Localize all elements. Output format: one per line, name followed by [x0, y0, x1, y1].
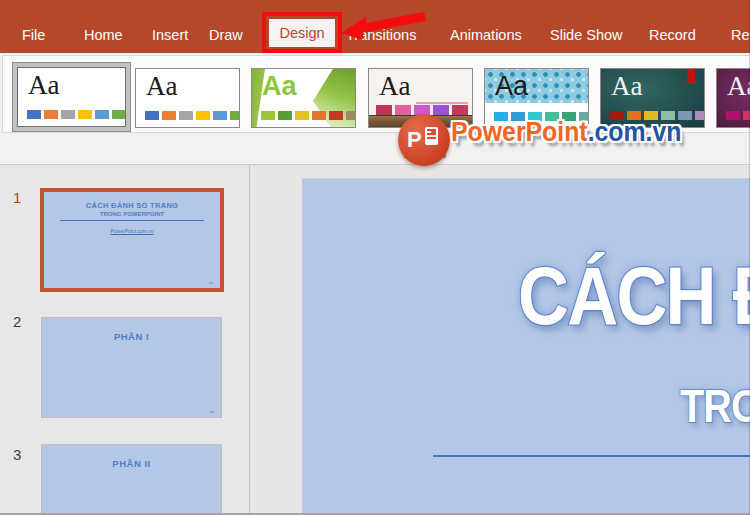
slide-number-3: 3 — [13, 446, 21, 463]
theme-color-swatch — [27, 110, 41, 119]
theme-color-swatch — [213, 111, 227, 120]
theme-ion[interactable]: Aa — [600, 68, 705, 128]
thumb-pagenum-placeholder — [209, 282, 213, 284]
tab-review[interactable]: Review — [731, 27, 750, 43]
theme-color-swatch — [295, 111, 309, 120]
theme-color-swatch — [145, 111, 159, 120]
theme-color-swatch — [678, 111, 692, 120]
slide-number-1: 1 — [13, 189, 21, 206]
theme-color-swatch — [627, 111, 641, 120]
theme-color-swatch — [61, 110, 75, 119]
theme-color-swatches — [376, 105, 468, 115]
theme-color-swatch — [278, 111, 292, 120]
slide-number-2: 2 — [13, 313, 21, 330]
tab-design[interactable]: Design — [269, 19, 335, 47]
slide-editor: CÁCH ĐÁNH SỐ TRANG TRONG POWERPOINT — [251, 165, 750, 515]
theme-color-swatch — [414, 105, 430, 115]
gallery-wood-strip — [369, 115, 472, 127]
ion-red-tab — [687, 69, 695, 84]
tab-home[interactable]: Home — [84, 27, 123, 43]
thumb-title-text: CÁCH ĐÁNH SỐ TRANG — [44, 201, 220, 210]
theme-ion-boardroom[interactable]: Aa — [716, 68, 750, 128]
tab-draw[interactable]: Draw — [209, 27, 243, 43]
theme-color-swatch — [230, 111, 240, 120]
slide-subtitle-text[interactable]: TRONG POWERPOINT — [680, 380, 750, 433]
theme-color-swatches — [145, 111, 240, 120]
theme-color-swatch — [545, 112, 559, 121]
powerpoint-window: FileHomeInsertDrawDesignTransitionsAnima… — [0, 0, 750, 515]
themes-gallery: AaAaAaAaAaAaAa — [2, 55, 750, 133]
theme-color-swatch — [162, 111, 176, 120]
thumb-divider-line — [60, 220, 204, 221]
themes-group-label: Themes — [401, 147, 446, 161]
theme-color-swatch — [196, 111, 210, 120]
workspace: 1CÁCH ĐÁNH SỐ TRANGTRONG POWERPOINTPower… — [0, 165, 750, 515]
theme-facet[interactable]: Aa — [251, 68, 356, 128]
theme-sample-text: Aa — [611, 70, 642, 102]
thumb-link-text: PowerPoint.com.vn — [44, 228, 220, 234]
theme-integral[interactable]: Aa — [484, 68, 589, 128]
theme-gallery[interactable]: Aa — [368, 68, 473, 128]
theme-color-swatch — [312, 111, 326, 120]
thumb-heading-text: PHẦN II — [42, 458, 221, 469]
theme-color-swatch — [661, 111, 675, 120]
theme-color-swatch — [78, 110, 92, 119]
theme-color-swatches — [27, 110, 126, 119]
theme-color-swatch — [112, 110, 126, 119]
theme-sample-text: Aa — [379, 70, 410, 102]
theme-color-swatch — [528, 112, 542, 121]
theme-color-swatch — [376, 105, 392, 115]
theme-sample-text: Aa — [28, 69, 59, 101]
theme-color-swatches — [726, 111, 750, 120]
theme-color-swatch — [511, 112, 525, 121]
thumb-subtitle-text: TRONG POWERPOINT — [44, 211, 220, 217]
ribbon-themes-group: AaAaAaAaAaAaAa Themes — [0, 53, 750, 165]
theme-color-swatch — [562, 112, 576, 121]
theme-color-swatches — [261, 111, 356, 120]
theme-color-swatch — [610, 111, 624, 120]
slide-thumbnail-2[interactable]: PHẦN I — [41, 317, 222, 418]
theme-color-swatch — [329, 111, 343, 120]
theme-office-selected[interactable]: Aa — [17, 67, 126, 127]
theme-sample-text: Aa — [262, 70, 297, 102]
tab-transitions[interactable]: Transitions — [346, 27, 416, 43]
theme-color-swatch — [179, 111, 193, 120]
theme-sample-text: Aa — [146, 70, 177, 102]
theme-color-swatch — [433, 105, 449, 115]
theme-color-swatch — [395, 105, 411, 115]
ribbon-tab-bar: FileHomeInsertDrawDesignTransitionsAnima… — [0, 0, 750, 53]
gallery-accent-line — [416, 102, 468, 104]
theme-color-swatch — [346, 111, 356, 120]
slide-thumbnail-3[interactable]: PHẦN II — [41, 444, 222, 515]
tab-insert[interactable]: Insert — [152, 27, 188, 43]
slide-title-text[interactable]: CÁCH ĐÁNH SỐ TRANG — [518, 249, 750, 343]
theme-color-swatch — [261, 111, 275, 120]
theme-color-swatch — [44, 110, 58, 119]
theme-color-swatch — [579, 112, 589, 121]
theme-color-swatch — [726, 111, 740, 120]
thumb-heading-text: PHẦN I — [42, 331, 221, 342]
theme-color-swatches — [494, 112, 589, 121]
tab-animations[interactable]: Animations — [450, 27, 522, 43]
theme-color-swatch — [95, 110, 109, 119]
selected-theme-frame[interactable]: Aa — [12, 62, 131, 132]
theme-sample-text: Aa — [495, 70, 528, 102]
theme-color-swatches — [610, 111, 705, 120]
tab-record[interactable]: Record — [649, 27, 696, 43]
theme-color-swatch — [494, 112, 508, 121]
slide-divider-line — [433, 455, 750, 457]
thumb-pagenum-placeholder — [210, 411, 214, 413]
tab-slide-show[interactable]: Slide Show — [550, 27, 623, 43]
theme-color-swatch — [644, 111, 658, 120]
slides-panel: 1CÁCH ĐÁNH SỐ TRANGTRONG POWERPOINTPower… — [0, 165, 250, 515]
main-slide-canvas[interactable]: CÁCH ĐÁNH SỐ TRANG TRONG POWERPOINT — [302, 178, 750, 515]
theme-office[interactable]: Aa — [135, 68, 240, 128]
theme-color-swatch — [452, 105, 468, 115]
theme-sample-text: Aa — [727, 70, 750, 102]
slide-thumbnail-1[interactable]: CÁCH ĐÁNH SỐ TRANGTRONG POWERPOINTPowerP… — [40, 188, 224, 292]
tab-file[interactable]: File — [22, 27, 45, 43]
theme-color-swatch — [695, 111, 705, 120]
